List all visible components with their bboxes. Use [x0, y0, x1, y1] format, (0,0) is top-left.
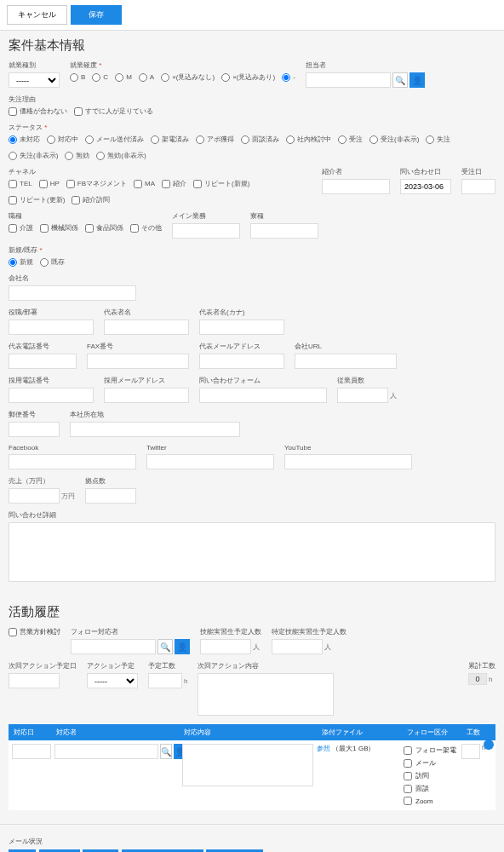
next-date-input[interactable] — [9, 673, 60, 688]
follow-target-input[interactable] — [71, 639, 156, 654]
inquiry-date-input[interactable] — [400, 179, 451, 194]
fo-4[interactable] — [404, 797, 412, 805]
cancel-button[interactable]: キャンセル — [7, 5, 67, 25]
rep-tel-input[interactable] — [9, 354, 77, 369]
kakudo-b[interactable] — [70, 73, 78, 82]
occ-2[interactable] — [85, 224, 94, 233]
ch-7[interactable] — [72, 196, 80, 204]
occ-1[interactable] — [40, 224, 49, 233]
adopt-tel-input[interactable] — [9, 388, 94, 403]
action-plan-select[interactable]: ----- — [87, 673, 138, 688]
zip-input[interactable] — [9, 422, 60, 437]
bases-input[interactable] — [85, 488, 136, 504]
status-3[interactable] — [151, 135, 159, 144]
spec-skill-req-input[interactable] — [272, 639, 323, 654]
rep-kana-label: 代表者名(カナ) — [199, 308, 284, 317]
ch-0[interactable] — [9, 180, 17, 188]
ne-0[interactable] — [9, 258, 17, 267]
row-person-input[interactable] — [54, 744, 158, 759]
status-9[interactable] — [426, 135, 434, 144]
fo-3[interactable] — [404, 785, 412, 793]
skill-req-input[interactable] — [200, 639, 251, 654]
fo-2[interactable] — [404, 772, 412, 780]
biz-kakudo-label: 就業確度 — [70, 60, 295, 70]
address-input[interactable] — [70, 422, 240, 437]
fo-0[interactable] — [404, 746, 412, 755]
rep-name-input[interactable] — [104, 320, 189, 335]
status-10[interactable] — [9, 152, 17, 160]
url-input[interactable] — [295, 354, 397, 369]
fo-1[interactable] — [404, 759, 412, 768]
lost-opt-0[interactable] — [9, 107, 17, 116]
position-input[interactable] — [9, 320, 94, 335]
kakudo-a[interactable] — [139, 73, 147, 82]
status-12[interactable] — [96, 152, 105, 160]
ch-4[interactable] — [162, 180, 170, 188]
activity-table-header: 対応日 対応者 対応内容 添付ファイル フォロー区分 工数 — [9, 724, 495, 740]
ryou-input[interactable] — [250, 223, 318, 239]
rep-mail-input[interactable] — [199, 354, 284, 369]
search-icon[interactable]: 🔍 — [392, 72, 408, 88]
next-action-textarea[interactable] — [198, 673, 334, 716]
status-4[interactable] — [196, 135, 204, 144]
person-icon[interactable]: 👤 — [410, 72, 425, 88]
rep-name-label: 代表者名 — [104, 308, 189, 317]
rep-mail-label: 代表メールアドレス — [199, 342, 284, 351]
yt-input[interactable] — [284, 454, 412, 469]
occ-3[interactable] — [130, 224, 139, 233]
kakudo-x1[interactable] — [161, 73, 169, 82]
ch-1[interactable] — [39, 180, 48, 188]
status-0[interactable] — [9, 135, 17, 144]
company-label: 会社名 — [9, 273, 136, 283]
occ-0[interactable] — [9, 224, 17, 233]
ch-5[interactable] — [193, 180, 202, 188]
status-1[interactable] — [47, 135, 55, 144]
adopt-mail-input[interactable] — [104, 388, 189, 403]
status-5[interactable] — [241, 135, 249, 144]
ne-1[interactable] — [40, 258, 49, 267]
row-hours-input[interactable] — [461, 744, 480, 759]
employees-input[interactable] — [337, 388, 388, 403]
add-row-icon[interactable] — [484, 740, 494, 750]
ch-2[interactable] — [66, 180, 75, 188]
search-icon[interactable]: 🔍 — [158, 639, 173, 654]
ch-6[interactable] — [9, 196, 17, 204]
main-biz-input[interactable] — [172, 223, 240, 239]
tantou-input[interactable] — [306, 72, 391, 88]
policy-check[interactable] — [9, 628, 17, 636]
order-date-input[interactable] — [461, 179, 495, 194]
kakudo-dash[interactable] — [282, 73, 290, 82]
biz-type-select[interactable]: ----- — [9, 72, 60, 88]
total-hours-label: 累計工数 — [468, 661, 495, 671]
tw-input[interactable] — [146, 454, 274, 469]
person-icon[interactable]: 👤 — [175, 639, 190, 654]
file-browse-link[interactable]: 参照 — [317, 745, 330, 752]
inquiry-form-input[interactable] — [199, 388, 327, 403]
kakudo-m[interactable] — [115, 73, 123, 82]
inquiry-detail-textarea[interactable] — [9, 522, 495, 582]
kakudo-x2[interactable] — [221, 73, 230, 82]
row-date-input[interactable] — [12, 744, 51, 759]
status-8[interactable] — [369, 135, 378, 144]
status-2[interactable] — [85, 135, 94, 144]
sales-input[interactable] — [9, 488, 60, 504]
ch-3[interactable] — [134, 180, 142, 188]
fax-input[interactable] — [87, 354, 189, 369]
row-content-textarea[interactable] — [182, 744, 313, 786]
status-7[interactable] — [338, 135, 346, 144]
rep-kana-input[interactable] — [199, 320, 284, 335]
bases-label: 拠点数 — [85, 476, 136, 486]
kakudo-c[interactable] — [92, 73, 100, 82]
status-11[interactable] — [65, 152, 73, 160]
introducer-input[interactable] — [322, 179, 390, 194]
search-icon[interactable]: 🔍 — [160, 744, 172, 759]
est-hours-input[interactable] — [148, 673, 182, 688]
position-label: 役職/部署 — [9, 308, 94, 317]
company-input[interactable] — [9, 285, 136, 301]
spec-skill-req-label: 特定技能実習生予定人数 — [272, 627, 346, 636]
save-button[interactable]: 保存 — [71, 5, 122, 25]
fb-input[interactable] — [9, 454, 136, 469]
lost-opt-1[interactable] — [74, 107, 83, 116]
status-6[interactable] — [286, 135, 295, 144]
order-date-label: 受注日 — [461, 167, 495, 176]
